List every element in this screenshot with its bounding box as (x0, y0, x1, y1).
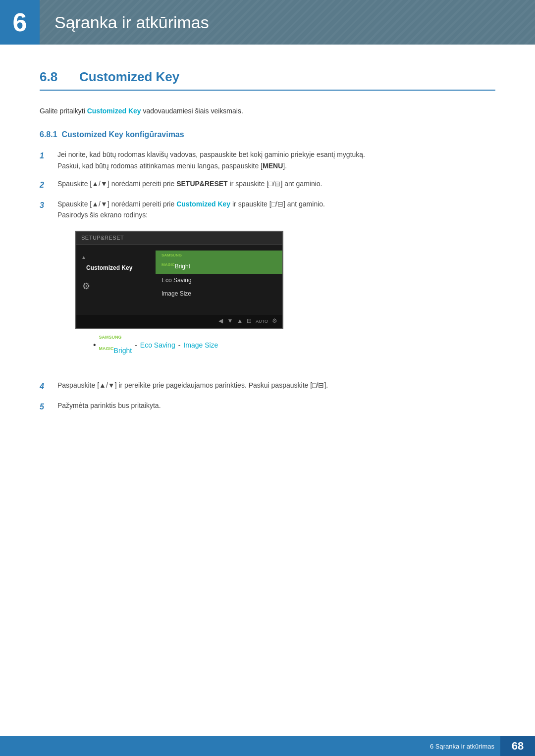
step-number-5: 5 (40, 400, 57, 413)
screen-menu-selected: Customized Key (81, 261, 151, 275)
step-item-5: 5 Pažymėta parinktis bus pritaikyta. (40, 400, 495, 413)
chapter-title: Sąranka ir atkūrimas (54, 13, 209, 32)
screen-submenu-image: Image Size (156, 287, 282, 301)
subsection-number: 6.8.1 (40, 130, 57, 139)
up-icon: ▲ (237, 316, 243, 326)
bullet-list: • SAMSUNGMAGICBright - Eco Saving - Imag… (93, 334, 218, 356)
section-number: 6.8 (40, 69, 69, 85)
step-item-1: 1 Jei norite, kad būtų rodomas klavišų v… (40, 149, 495, 171)
bullet-sep1: - (135, 340, 137, 351)
bullet-dot: • (93, 341, 96, 349)
gear-icon: ⚙ (272, 316, 277, 326)
screen-header-text: SETUP&RESET (81, 235, 124, 241)
step-number-1: 1 (40, 149, 57, 162)
screen-settings-icon: ⚙ (82, 279, 90, 294)
intro-text-after: vadovaudamiesi šiais veiksmais. (141, 107, 243, 115)
screenshot-container: SETUP&RESET ▲ Customized Key ⚙ (75, 231, 495, 363)
intro-paragraph: Galite pritaikyti Customized Key vadovau… (40, 105, 495, 116)
enter-icon: ⊟ (247, 316, 252, 326)
subsection-heading: 6.8.1 Customized Key konfigūravimas (40, 130, 495, 139)
footer-text: 6 Sąranka ir atkūrimas (430, 743, 500, 750)
page-footer: 6 Sąranka ir atkūrimas 68 (0, 736, 535, 756)
steps-list: 1 Jei norite, kad būtų rodomas klavišų v… (40, 149, 495, 413)
step-number-4: 4 (40, 380, 57, 393)
screen-btn-auto: AUTO (256, 318, 268, 325)
footer-page-number-box: 68 (500, 736, 535, 756)
monitor-screen: SETUP&RESET ▲ Customized Key ⚙ (75, 231, 283, 329)
chapter-number: 6 (13, 9, 27, 35)
bullet-image: Image Size (183, 340, 218, 351)
samsung-magic-sup: SAMSUNGMAGIC (161, 253, 182, 267)
footer-page-number: 68 (512, 740, 524, 753)
step-number-2: 2 (40, 178, 57, 192)
screen-header: SETUP&RESET (76, 232, 282, 245)
section-heading: 6.8 Customized Key (40, 69, 495, 91)
step-content-3: Spauskite [▲/▼] norėdami pereiti prie Cu… (57, 199, 495, 373)
screen-btn-up: ▲ (237, 316, 243, 326)
screen-body: ▲ Customized Key ⚙ SAMSUNGMAGICBright Ec… (76, 245, 282, 314)
screen-footer: ◀ ▼ ▲ ⊟ AUTO (76, 314, 282, 328)
header-banner: 6 Sąranka ir atkūrimas (0, 0, 535, 45)
step-content-2: Spauskite [▲/▼] norėdami pereiti prie SE… (57, 178, 495, 189)
step-content-5: Pažymėta parinktis bus pritaikyta. (57, 400, 495, 411)
screen-btn-down: ▼ (227, 316, 233, 326)
screen-btn-back: ◀ (218, 316, 223, 326)
step-item-2: 2 Spauskite [▲/▼] norėdami pereiti prie … (40, 178, 495, 192)
step-item-3: 3 Spauskite [▲/▼] norėdami pereiti prie … (40, 199, 495, 373)
intro-text-before: Galite pritaikyti (40, 107, 87, 115)
screen-btn-enter: ⊟ (247, 316, 252, 326)
subsection-title: Customized Key konfigūravimas (61, 130, 184, 139)
step-content-4: Paspauskite [▲/▼] ir pereikite prie page… (57, 380, 495, 391)
screen-btn-gear: ⚙ (272, 316, 277, 326)
screen-left-panel: ▲ Customized Key ⚙ (76, 249, 156, 310)
bullet-list-item: • SAMSUNGMAGICBright - Eco Saving - Imag… (93, 334, 218, 356)
bullet-samsung-magic: SAMSUNGMAGICBright (99, 334, 132, 356)
step2-bold: SETUP&RESET (176, 180, 227, 188)
screen-arrow-up: ▲ (81, 252, 86, 261)
bullet-sep2: - (178, 340, 181, 351)
bullet-bright: Bright (114, 347, 132, 354)
step1-bold: MENU (263, 162, 283, 170)
step-content-1: Jei norite, kad būtų rodomas klavišų vad… (57, 149, 495, 171)
bullet-eco: Eco Saving (140, 340, 175, 351)
intro-bold-word: Customized Key (87, 107, 141, 115)
step-item-4: 4 Paspauskite [▲/▼] ir pereikite prie pa… (40, 380, 495, 393)
down-icon: ▼ (227, 316, 233, 326)
main-content: 6.8 Customized Key Galite pritaikyti Cus… (0, 45, 535, 459)
step-number-3: 3 (40, 199, 57, 212)
back-icon: ◀ (218, 316, 223, 326)
step3-cyan-bold: Customized Key (176, 200, 230, 208)
auto-label: AUTO (256, 318, 268, 325)
screen-right-panel: SAMSUNGMAGICBright Eco Saving Image Size (156, 249, 282, 310)
chapter-number-box: 6 (0, 0, 40, 45)
screen-submenu-eco: Eco Saving (156, 274, 282, 287)
section-title: Customized Key (79, 69, 179, 85)
screen-submenu-bright: SAMSUNGMAGICBright (156, 251, 282, 273)
